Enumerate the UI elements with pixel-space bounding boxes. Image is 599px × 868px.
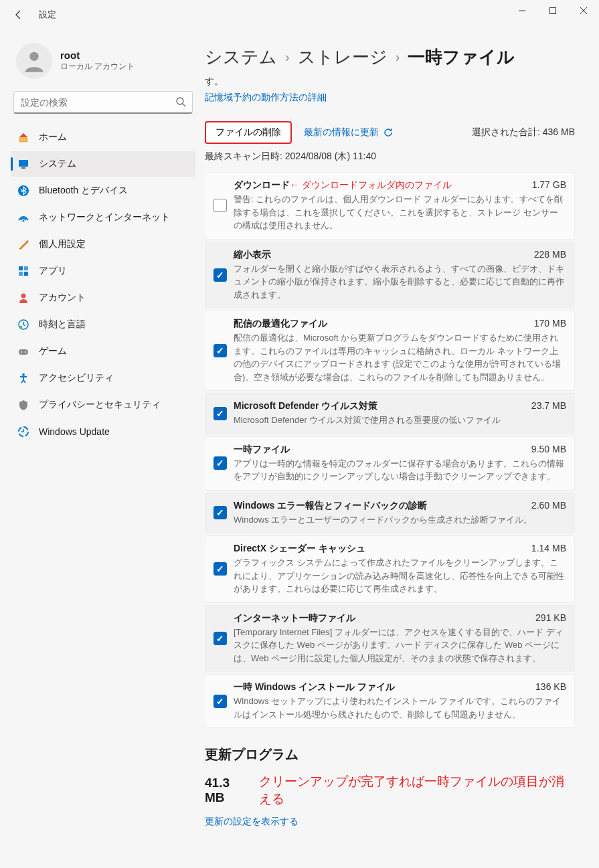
- file-size: 170 MB: [534, 318, 566, 329]
- sidebar-item-update[interactable]: Windows Update: [11, 419, 195, 444]
- accessibility-icon: [17, 372, 29, 384]
- file-row: 一時ファイル9.50 MBアプリは一時的な情報を特定のフォルダーに保存する場合が…: [205, 436, 575, 491]
- file-checkbox[interactable]: [213, 344, 227, 357]
- sidebar-item-accessibility[interactable]: アクセシビリティ: [11, 365, 195, 391]
- sidebar-item-label: ホーム: [39, 131, 67, 143]
- file-title: インターネット一時ファイル: [234, 612, 355, 624]
- svg-line-4: [183, 104, 185, 106]
- minimize-button[interactable]: [507, 0, 537, 21]
- svg-rect-10: [24, 266, 28, 270]
- file-size: 228 MB: [534, 249, 566, 260]
- file-description: [Temporary Internet Files] フォルダーには、アクセスを…: [234, 626, 566, 665]
- file-description: Microsoft Defender ウイルス対策で使用される重要度の低いファイ…: [234, 414, 566, 427]
- file-checkbox[interactable]: [213, 632, 227, 645]
- file-title: ダウンロード: [234, 179, 290, 191]
- update-icon: [17, 426, 29, 438]
- search-input[interactable]: [13, 91, 193, 114]
- file-row: Microsoft Defender ウイルス対策23.7 MBMicrosof…: [205, 393, 575, 434]
- file-title: 一時 Windows インストール ファイル: [234, 681, 395, 693]
- sidebar-item-apps[interactable]: アプリ: [11, 258, 195, 284]
- sidebar-item-time[interactable]: 時刻と言語: [11, 312, 195, 337]
- sidebar-item-label: 個人用設定: [39, 238, 86, 250]
- file-size: 23.7 MB: [531, 400, 566, 411]
- maximize-button[interactable]: [537, 0, 568, 21]
- sidebar-item-gaming[interactable]: ゲーム: [11, 339, 195, 364]
- svg-rect-5: [19, 160, 28, 167]
- sidebar-item-label: 時刻と言語: [39, 319, 86, 331]
- breadcrumb-storage[interactable]: ストレージ: [298, 46, 388, 69]
- file-row: 縮小表示228 MBフォルダーを開くと縮小版がすばやく表示されるよう、すべての画…: [205, 242, 575, 309]
- file-checkbox[interactable]: [213, 562, 227, 576]
- network-icon: [17, 211, 29, 224]
- sidebar-item-label: プライバシーとセキュリティ: [39, 399, 161, 411]
- update-settings-link[interactable]: 更新の設定を表示する: [205, 816, 575, 828]
- back-button[interactable]: [5, 1, 32, 28]
- breadcrumb-current: 一時ファイル: [408, 46, 515, 69]
- file-row: Windows エラー報告とフィードバックの診断2.60 MBWindows エ…: [205, 493, 575, 534]
- reserved-storage-link[interactable]: 記憶域予約の動作方法の詳細: [205, 92, 575, 104]
- file-description: Windows セットアップにより使われたインストール ファイルです。これらのフ…: [234, 695, 566, 721]
- sidebar-item-privacy[interactable]: プライバシーとセキュリティ: [11, 392, 195, 418]
- close-button[interactable]: [568, 0, 599, 21]
- sidebar-item-personalization[interactable]: 個人用設定: [11, 232, 195, 257]
- avatar: [16, 43, 52, 79]
- svg-rect-11: [19, 272, 23, 276]
- svg-point-2: [29, 52, 38, 61]
- file-title: Microsoft Defender ウイルス対策: [234, 400, 377, 412]
- sidebar-item-bluetooth[interactable]: Bluetooth とデバイス: [11, 178, 195, 203]
- svg-point-8: [23, 220, 25, 222]
- bluetooth-icon: [17, 185, 29, 197]
- selected-total: 選択された合計: 436 MB: [472, 126, 575, 139]
- time-icon: [17, 319, 29, 331]
- file-size: 291 KB: [535, 612, 566, 623]
- svg-rect-16: [19, 349, 28, 355]
- sidebar-item-label: Bluetooth とデバイス: [39, 185, 128, 197]
- file-row: インターネット一時ファイル291 KB[Temporary Internet F…: [205, 605, 575, 673]
- file-checkbox[interactable]: [213, 456, 227, 470]
- file-description: グラフィックス システムによって作成されたファイルをクリーンアップします。これに…: [234, 556, 566, 596]
- file-title: Windows エラー報告とフィードバックの診断: [234, 500, 427, 512]
- sidebar-item-label: システム: [39, 158, 76, 170]
- file-description: 警告: これらのファイルは、個人用ダウンロード フォルダーにあります。すべてを削…: [234, 193, 566, 232]
- refresh-button[interactable]: 最新の情報に更新: [304, 126, 394, 139]
- file-checkbox[interactable]: [213, 506, 227, 519]
- svg-rect-12: [24, 272, 28, 276]
- refresh-label: 最新の情報に更新: [304, 126, 379, 139]
- svg-point-3: [177, 98, 183, 104]
- breadcrumb-system[interactable]: システム: [205, 46, 277, 69]
- sidebar-item-label: アカウント: [39, 292, 86, 304]
- sidebar-item-label: ネットワークとインターネット: [39, 211, 170, 224]
- sidebar-item-label: アクセシビリティ: [39, 372, 114, 384]
- updates-header: 更新プログラム: [205, 746, 575, 764]
- file-size: 1.14 MB: [531, 543, 566, 553]
- file-size: 9.50 MB: [531, 444, 566, 454]
- sidebar-item-home[interactable]: ホーム: [11, 124, 195, 150]
- delete-files-button[interactable]: ファイルの削除: [205, 121, 292, 144]
- svg-rect-6: [21, 167, 25, 169]
- file-description: 配信の最適化は、Microsoft から更新プログラムをダウンロードするために使…: [234, 331, 566, 383]
- file-checkbox[interactable]: [213, 407, 227, 420]
- user-area[interactable]: root ローカル アカウント: [11, 36, 195, 91]
- system-icon: [17, 158, 29, 170]
- svg-point-18: [25, 351, 26, 353]
- breadcrumb: システム › ストレージ › 一時ファイル: [205, 46, 575, 69]
- svg-point-15: [19, 326, 23, 329]
- file-checkbox[interactable]: [213, 695, 227, 708]
- file-checkbox[interactable]: [213, 268, 227, 282]
- sidebar-item-label: ゲーム: [39, 345, 67, 357]
- file-size: 136 KB: [535, 681, 566, 692]
- sidebar-item-accounts[interactable]: アカウント: [11, 285, 195, 311]
- sidebar-item-system[interactable]: システム: [11, 151, 195, 177]
- chevron-right-icon: ›: [285, 50, 290, 65]
- file-row: DirectX シェーダー キャッシュ1.14 MBグラフィックス システムによ…: [205, 535, 575, 603]
- last-scan-time: 最終スキャン日時: 2024/08/08 (木) 11:40: [205, 151, 575, 163]
- home-icon: [17, 131, 29, 143]
- file-checkbox[interactable]: [213, 199, 227, 212]
- file-title: DirectX シェーダー キャッシュ: [234, 543, 365, 555]
- file-row: 一時 Windows インストール ファイル136 KBWindows セットア…: [205, 674, 575, 728]
- file-description: Windows エラーとユーザーのフィードバックから生成された診断ファイル。: [234, 513, 566, 527]
- sidebar-item-network[interactable]: ネットワークとインターネット: [11, 205, 195, 230]
- svg-rect-9: [19, 266, 23, 270]
- file-description: フォルダーを開くと縮小版がすばやく表示されるよう、すべての画像、ビデオ、ドキュメ…: [234, 262, 566, 302]
- file-row: 配信の最適化ファイル170 MB配信の最適化は、Microsoft から更新プロ…: [205, 311, 575, 391]
